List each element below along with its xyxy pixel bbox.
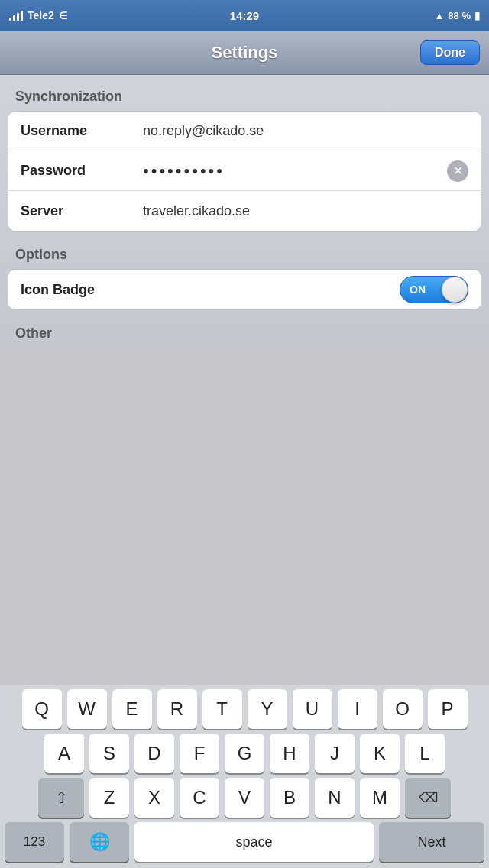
key-t[interactable]: T	[202, 689, 242, 729]
password-row: Password •••••••••• ✕	[8, 151, 481, 191]
key-k[interactable]: K	[360, 734, 400, 773]
content-area: Synchronization Username no.reply@cikado…	[0, 75, 489, 348]
icon-badge-toggle[interactable]: ON	[400, 276, 468, 303]
key-m[interactable]: M	[360, 778, 400, 818]
status-right: ▲ 88 % ▮	[434, 10, 480, 21]
keyboard-bottom-row: 123 🌐 space Next	[0, 818, 489, 868]
key-i[interactable]: I	[338, 689, 377, 729]
delete-key[interactable]: ⌫	[405, 778, 451, 818]
other-header: Other	[0, 326, 489, 348]
location-icon: ▲	[434, 10, 444, 21]
key-w[interactable]: W	[67, 689, 107, 729]
toggle-thumb	[442, 277, 468, 303]
key-g[interactable]: G	[225, 734, 264, 773]
wifi-icon: ∈	[59, 10, 67, 21]
key-e[interactable]: E	[112, 689, 152, 729]
battery-icon: ▮	[474, 10, 480, 21]
status-bar: Tele2 ∈ 14:29 ▲ 88 % ▮	[0, 0, 489, 31]
toggle-on-label: ON	[410, 283, 426, 296]
key-p[interactable]: P	[428, 689, 468, 729]
globe-key[interactable]: 🌐	[70, 822, 129, 862]
key-r[interactable]: R	[157, 689, 197, 729]
key-z[interactable]: Z	[89, 778, 129, 818]
status-time: 14:29	[230, 9, 259, 22]
server-row: Server traveler.cikado.se	[8, 191, 481, 231]
space-key[interactable]: space	[134, 822, 374, 862]
username-value: no.reply@cikado.se	[143, 123, 468, 139]
key-c[interactable]: C	[180, 778, 219, 818]
password-value: ••••••••••	[143, 161, 447, 181]
key-j[interactable]: J	[315, 734, 355, 773]
key-d[interactable]: D	[134, 734, 174, 773]
done-button[interactable]: Done	[420, 40, 480, 65]
key-a[interactable]: A	[44, 734, 84, 773]
key-y[interactable]: Y	[248, 689, 287, 729]
next-key[interactable]: Next	[379, 822, 484, 862]
keyboard-row-3: ⇧ Z X C V B N M ⌫	[0, 773, 489, 818]
options-header: Options	[0, 247, 489, 269]
status-left: Tele2 ∈	[9, 9, 67, 21]
server-label: Server	[21, 203, 143, 219]
numbers-key[interactable]: 123	[5, 822, 64, 862]
key-u[interactable]: U	[293, 689, 332, 729]
key-n[interactable]: N	[315, 778, 355, 818]
icon-badge-label: Icon Badge	[21, 282, 143, 298]
options-group: Icon Badge ON	[8, 269, 481, 310]
server-value: traveler.cikado.se	[143, 203, 468, 219]
battery-percent: 88 %	[448, 10, 471, 21]
key-b[interactable]: B	[270, 778, 309, 818]
key-l[interactable]: L	[405, 734, 445, 773]
password-label: Password	[21, 163, 143, 179]
nav-bar: Settings Done	[0, 31, 489, 75]
key-v[interactable]: V	[225, 778, 264, 818]
nav-title: Settings	[212, 43, 278, 63]
synchronization-group: Username no.reply@cikado.se Password •••…	[8, 111, 481, 232]
key-o[interactable]: O	[383, 689, 423, 729]
key-f[interactable]: F	[180, 734, 219, 773]
signal-icon	[9, 10, 23, 21]
keyboard-row-1: Q W E R T Y U I O P	[0, 685, 489, 729]
shift-key[interactable]: ⇧	[38, 778, 84, 818]
icon-badge-row: Icon Badge ON	[8, 270, 481, 309]
key-s[interactable]: S	[89, 734, 129, 773]
clear-password-button[interactable]: ✕	[447, 160, 468, 182]
keyboard: Q W E R T Y U I O P A S D F G H J K L ⇧ …	[0, 685, 489, 868]
carrier-label: Tele2	[28, 9, 54, 21]
keyboard-row-2: A S D F G H J K L	[0, 729, 489, 773]
key-q[interactable]: Q	[22, 689, 62, 729]
username-row: Username no.reply@cikado.se	[8, 112, 481, 151]
key-h[interactable]: H	[270, 734, 309, 773]
key-x[interactable]: X	[134, 778, 174, 818]
username-label: Username	[21, 123, 143, 139]
synchronization-header: Synchronization	[0, 89, 489, 111]
